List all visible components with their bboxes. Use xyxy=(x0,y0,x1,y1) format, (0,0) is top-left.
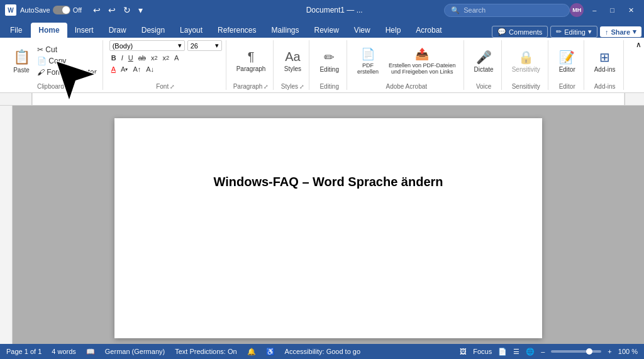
paragraph-content: ¶ Paragraph xyxy=(233,40,270,82)
adobe-acrobat-group: 📄 PDFerstellen 📤 Erstellen von PDF-Datei… xyxy=(350,40,464,90)
paragraph-button[interactable]: ¶ Paragraph xyxy=(233,47,270,75)
underline-button[interactable]: U xyxy=(126,53,135,62)
tab-draw[interactable]: Draw xyxy=(101,23,134,38)
font-name-chevron: ▾ xyxy=(178,41,182,50)
addins-button[interactable]: ⊞ Add-ins xyxy=(591,47,619,75)
styles-label: Styles xyxy=(284,65,301,72)
language-info: German (Germany) xyxy=(105,348,165,355)
superscript-button[interactable]: x2 xyxy=(161,53,172,62)
adobe-group-label: Adobe Acrobat xyxy=(386,82,427,90)
undo-redo-area: ↩ ↩ ↻ ▾ xyxy=(91,4,145,16)
customize-button[interactable]: ▾ xyxy=(136,4,145,16)
text-highlight-button[interactable]: A▾ xyxy=(119,65,130,74)
editor-group-label: Editor xyxy=(559,82,575,90)
paragraph-expand-icon[interactable]: ⤢ xyxy=(264,84,269,90)
comments-label: Comments xyxy=(509,28,542,36)
editing-content: ✏ Editing xyxy=(316,40,343,82)
pdf-share-icon: 📤 xyxy=(415,47,429,61)
dictate-group: 🎤 Dictate Voice xyxy=(467,40,502,90)
pdf-create-button[interactable]: 📄 PDFerstellen xyxy=(353,45,382,77)
pdf-share-button[interactable]: 📤 Erstellen von PDF-Dateienund Freigeben… xyxy=(385,45,460,77)
copy-button[interactable]: 📄 Copy xyxy=(35,56,99,66)
accessibility-info: Accessibility: Good to go xyxy=(285,348,360,355)
subscript-button[interactable]: x2 xyxy=(149,53,160,62)
collapse-ribbon-button[interactable]: ∧ xyxy=(636,40,641,49)
tab-references[interactable]: References xyxy=(210,23,264,38)
font-size-chevron: ▾ xyxy=(215,41,219,50)
app-icon: W xyxy=(5,4,16,16)
tab-view[interactable]: View xyxy=(347,23,378,38)
font-size-increase-button[interactable]: A↑ xyxy=(131,65,143,74)
editing-group-label: Editing xyxy=(319,82,339,90)
dictate-button[interactable]: 🎤 Dictate xyxy=(470,47,497,75)
editing-button[interactable]: ✏ Editing ▾ xyxy=(550,26,597,38)
undo-button2[interactable]: ↩ xyxy=(106,4,118,16)
styles-expand-icon[interactable]: ⤢ xyxy=(299,84,304,90)
notification-icon: 🔔 xyxy=(247,348,256,356)
sensitivity-button[interactable]: 🔒 Sensitivity xyxy=(508,47,544,75)
font-expand-icon[interactable]: ⤢ xyxy=(170,84,175,90)
share-button[interactable]: ↑ Share ▾ xyxy=(600,26,641,37)
undo-button[interactable]: ↩ xyxy=(91,4,103,16)
share-label: Share xyxy=(611,28,630,36)
editor-button[interactable]: 📝 Editor xyxy=(555,47,580,75)
font-size-decrease-button[interactable]: A↓ xyxy=(144,65,156,74)
toggle-knob xyxy=(62,6,70,14)
format-painter-button[interactable]: 🖌 Format Painter xyxy=(35,67,99,77)
editing-ribbon-icon: ✏ xyxy=(324,50,335,65)
tab-mailings[interactable]: Mailings xyxy=(264,23,306,38)
styles-button[interactable]: Aa Styles xyxy=(280,47,305,75)
minimize-button[interactable]: – xyxy=(587,0,601,20)
font-formatting-row1: B I U ab x2 x2 A xyxy=(109,53,181,62)
tab-review[interactable]: Review xyxy=(307,23,347,38)
document-page[interactable]: Windows-FAQ – Word Sprache ändern xyxy=(114,118,542,338)
pdf-create-icon: 📄 xyxy=(361,47,375,61)
redo-button[interactable]: ↻ xyxy=(121,4,133,16)
user-avatar: MH xyxy=(570,3,584,17)
zoom-plus-button[interactable]: + xyxy=(608,348,611,355)
zoom-minus-button[interactable]: – xyxy=(541,348,545,355)
doc-name: Document1 — ... xyxy=(225,6,444,14)
search-input[interactable] xyxy=(464,6,552,14)
share-icon: ↑ xyxy=(605,28,609,36)
font-name-select[interactable]: (Body) ▾ xyxy=(109,40,185,51)
search-area[interactable]: 🔍 xyxy=(444,4,570,17)
paste-button[interactable]: 📋 Paste xyxy=(9,47,34,76)
tab-help[interactable]: Help xyxy=(378,23,409,38)
font-size-select[interactable]: 26 ▾ xyxy=(187,40,222,51)
comments-button[interactable]: 💬 Comments xyxy=(492,26,548,38)
font-group: (Body) ▾ 26 ▾ B I U ab x2 x2 A A A▾ xyxy=(106,40,226,90)
styles-group: Aa Styles Styles ⤢ xyxy=(276,40,309,90)
addins-group-label: Add-ins xyxy=(594,82,616,90)
autosave-toggle[interactable] xyxy=(53,6,70,14)
tab-design[interactable]: Design xyxy=(134,23,172,38)
editing-label: Editing xyxy=(564,28,586,36)
italic-button[interactable]: I xyxy=(119,53,125,62)
bold-button[interactable]: B xyxy=(109,53,118,62)
tab-home[interactable]: Home xyxy=(31,23,67,38)
pdf-share-label: Erstellen von PDF-Dateienund Freigeben v… xyxy=(389,62,456,75)
maximize-button[interactable]: □ xyxy=(605,0,619,20)
view-print-icon: 📄 xyxy=(498,348,507,356)
page-container[interactable]: Windows-FAQ – Word Sprache ändern xyxy=(13,106,644,344)
font-color-button[interactable]: A xyxy=(109,65,118,74)
editor-icon: 📝 xyxy=(559,50,575,65)
paste-icon: 📋 xyxy=(13,49,30,65)
zoom-percent: 100 % xyxy=(618,348,638,355)
tab-layout[interactable]: Layout xyxy=(172,23,210,38)
clipboard-expand-icon[interactable]: ⤢ xyxy=(65,84,70,90)
cut-button[interactable]: ✂ Cut xyxy=(35,45,99,55)
tab-file[interactable]: File xyxy=(3,23,30,38)
format-clear-button[interactable]: A xyxy=(172,53,180,62)
close-button[interactable]: ✕ xyxy=(623,0,639,20)
addins-content: ⊞ Add-ins xyxy=(591,40,619,82)
strikethrough-button[interactable]: ab xyxy=(136,53,148,62)
zoom-slider[interactable] xyxy=(551,350,601,353)
search-icon: 🔍 xyxy=(451,6,460,14)
tab-insert[interactable]: Insert xyxy=(67,23,101,38)
tab-acrobat[interactable]: Acrobat xyxy=(408,23,449,38)
editing-ribbon-button[interactable]: ✏ Editing xyxy=(316,47,343,75)
left-ruler xyxy=(0,106,13,344)
voice-label: Voice xyxy=(476,82,491,90)
view-layout-icon: ☰ xyxy=(513,348,519,356)
